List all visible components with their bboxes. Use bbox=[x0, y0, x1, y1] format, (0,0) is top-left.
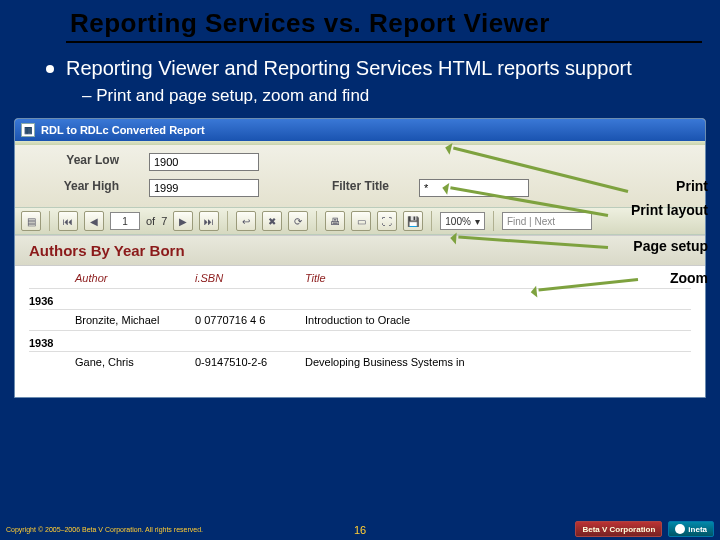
col-isbn: i.SBN bbox=[195, 272, 305, 284]
bullet-main-text: Reporting Viewer and Reporting Services … bbox=[66, 57, 632, 80]
separator bbox=[49, 211, 50, 231]
window-titlebar[interactable]: ▦ RDL to RDLc Converted Report bbox=[15, 119, 705, 141]
window-title: RDL to RDLc Converted Report bbox=[41, 124, 205, 136]
refresh-button[interactable]: ⟳ bbox=[288, 211, 308, 231]
page-total: 7 bbox=[161, 215, 167, 227]
separator bbox=[431, 211, 432, 231]
back-button[interactable]: ↩ bbox=[236, 211, 256, 231]
ineta-logo: ineta bbox=[668, 521, 714, 537]
param-year-high-label: Year High bbox=[29, 179, 119, 197]
zoom-value: 100% bbox=[445, 216, 471, 227]
cell-title: Developing Business Systems in bbox=[305, 356, 505, 368]
table-row: Bronzite, Michael 0 0770716 4 6 Introduc… bbox=[15, 310, 705, 330]
bullet-sub-text: – Print and page setup, zoom and find bbox=[46, 86, 680, 106]
find-box[interactable]: Find | Next bbox=[502, 212, 592, 230]
param-year-low-label: Year Low bbox=[29, 153, 119, 171]
group-year-1938: 1938 bbox=[15, 331, 705, 351]
bullet-block: Reporting Viewer and Reporting Services … bbox=[0, 43, 720, 110]
param-filter-title-label: Filter Title bbox=[289, 179, 389, 197]
print-layout-button[interactable]: ▭ bbox=[351, 211, 371, 231]
stop-button[interactable]: ✖ bbox=[262, 211, 282, 231]
report-body[interactable]: Authors By Year Born Author i.SBN Title … bbox=[15, 235, 705, 398]
next-page-button[interactable]: ▶ bbox=[173, 211, 193, 231]
slide-title: Reporting Services vs. Report Viewer bbox=[0, 0, 720, 41]
find-placeholder: Find | Next bbox=[507, 216, 555, 227]
cell-author: Gane, Chris bbox=[75, 356, 195, 368]
parameter-panel: Year Low 1900 Year High 1999 Filter Titl… bbox=[15, 145, 705, 207]
copyright-text: Copyright © 2005–2006 Beta V Corporation… bbox=[6, 526, 203, 533]
prev-page-button[interactable]: ◀ bbox=[84, 211, 104, 231]
cell-isbn: 0 0770716 4 6 bbox=[195, 314, 305, 326]
document-map-button[interactable]: ▤ bbox=[21, 211, 41, 231]
column-headers: Author i.SBN Title bbox=[15, 266, 705, 288]
export-button[interactable]: 💾 bbox=[403, 211, 423, 231]
page-setup-button[interactable]: ⛶ bbox=[377, 211, 397, 231]
cell-title: Introduction to Oracle bbox=[305, 314, 505, 326]
cell-isbn: 0-9147510-2-6 bbox=[195, 356, 305, 368]
cell-author: Bronzite, Michael bbox=[75, 314, 195, 326]
report-title: Authors By Year Born bbox=[15, 236, 705, 266]
param-year-high-input[interactable]: 1999 bbox=[149, 179, 259, 197]
col-author: Author bbox=[75, 272, 195, 284]
footer-logos: Beta V Corporation ineta bbox=[575, 521, 714, 537]
param-year-low-input[interactable]: 1900 bbox=[149, 153, 259, 171]
slide-number: 16 bbox=[354, 524, 366, 536]
separator bbox=[227, 211, 228, 231]
separator bbox=[316, 211, 317, 231]
zoom-combo[interactable]: 100%▾ bbox=[440, 212, 485, 230]
print-button[interactable]: 🖶 bbox=[325, 211, 345, 231]
col-title: Title bbox=[305, 272, 505, 284]
separator bbox=[493, 211, 494, 231]
chevron-down-icon: ▾ bbox=[475, 216, 480, 227]
bullet-dot-icon bbox=[46, 65, 54, 73]
first-page-button[interactable]: ⏮ bbox=[58, 211, 78, 231]
page-number-input[interactable]: 1 bbox=[110, 212, 140, 230]
app-icon: ▦ bbox=[21, 123, 35, 137]
table-row: Gane, Chris 0-9147510-2-6 Developing Bus… bbox=[15, 352, 705, 372]
last-page-button[interactable]: ⏭ bbox=[199, 211, 219, 231]
param-filter-title-input[interactable]: * bbox=[419, 179, 529, 197]
page-of-label: of bbox=[146, 215, 155, 227]
betav-logo: Beta V Corporation bbox=[575, 521, 662, 537]
report-toolbar: ▤ ⏮ ◀ 1 of 7 ▶ ⏭ ↩ ✖ ⟳ 🖶 ▭ ⛶ 💾 100%▾ Fin… bbox=[15, 207, 705, 235]
group-year-1936: 1936 bbox=[15, 289, 705, 309]
report-viewer-screenshot: ▦ RDL to RDLc Converted Report Year Low … bbox=[14, 118, 706, 398]
